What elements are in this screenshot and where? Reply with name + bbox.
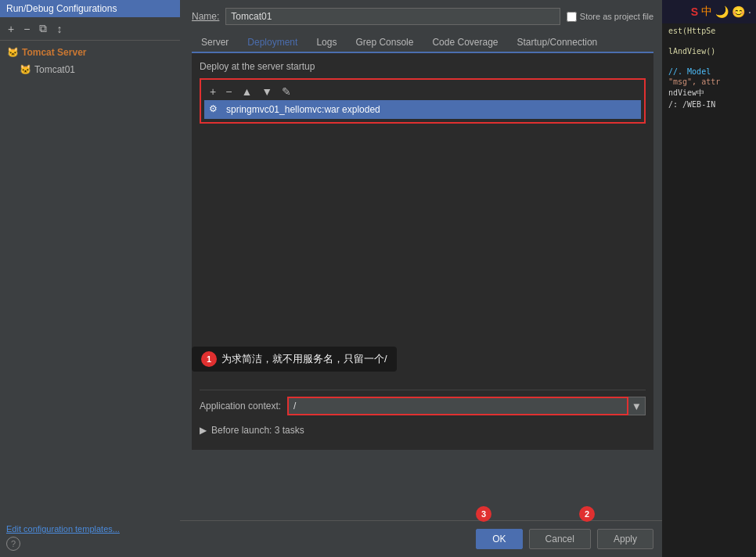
edit-artifact-button[interactable]: ✎	[279, 84, 293, 99]
badge-2: 2	[579, 506, 595, 522]
tomcat-server-icon: 🐱	[6, 46, 19, 59]
tab-grep-console[interactable]: Grep Console	[346, 33, 423, 53]
name-label: Name:	[192, 11, 219, 22]
run-debug-title: Run/Debug Configurations	[6, 3, 117, 14]
store-label: Store as project file	[580, 12, 653, 21]
sidebar-item-tomcat-server[interactable]: 🐱 Tomcat Server	[0, 44, 180, 61]
deploy-toolbar: + − ▲ ▼ ✎	[204, 83, 641, 100]
extra-icon: ·	[748, 5, 751, 18]
name-row: Name: Store as project file	[192, 8, 653, 25]
context-dropdown-button[interactable]: ▼	[628, 397, 646, 415]
chinese-icon: 中	[701, 5, 712, 19]
sidebar-toolbar: + − ⧉ ↕	[0, 17, 180, 41]
help-button[interactable]: ?	[6, 537, 20, 551]
tomcat01-icon: 🐱	[19, 63, 31, 76]
tooltip-bubble: 1 为求简洁，就不用服务名，只留一个/	[192, 347, 397, 372]
add-config-button[interactable]: +	[5, 21, 17, 37]
context-row: Application context: ▼	[200, 390, 646, 419]
dialog-content: Name: Store as project file Server Deplo…	[180, 0, 665, 458]
tab-deployment[interactable]: Deployment	[238, 33, 307, 53]
sidebar-title-bar: Run/Debug Configurations	[0, 0, 180, 17]
deploy-artifacts-box: + − ▲ ▼ ✎ ⚙ springmvc01_hellomvc:war exp…	[200, 78, 646, 124]
tab-server[interactable]: Server	[192, 33, 238, 53]
tab-logs[interactable]: Logs	[307, 33, 346, 53]
name-input[interactable]	[225, 8, 560, 25]
store-as-project-checkbox[interactable]	[567, 12, 577, 22]
add-artifact-button[interactable]: +	[207, 84, 218, 99]
configuration-tabs: Server Deployment Logs Grep Console Code…	[192, 33, 653, 53]
run-debug-dialog: Name: Store as project file Server Deplo…	[180, 0, 665, 557]
deploy-label: Deploy at the server startup	[200, 61, 646, 72]
move-up-artifact-button[interactable]: ▲	[239, 84, 254, 99]
sidebar: Run/Debug Configurations + − ⧉ ↕ 🐱 Tomca…	[0, 0, 180, 557]
before-launch-row[interactable]: ▶ Before launch: 3 tasks	[200, 419, 646, 442]
badge-3: 3	[476, 506, 491, 522]
remove-artifact-button[interactable]: −	[223, 84, 234, 99]
cancel-button[interactable]: Cancel	[529, 529, 591, 549]
context-label: Application context:	[200, 401, 281, 411]
face-icon: 😊	[732, 5, 745, 18]
ok-button[interactable]: OK	[476, 529, 522, 549]
store-checkbox-row: Store as project file	[567, 12, 653, 22]
context-area: 1 为求简洁，就不用服务名，只留一个/ Application context:…	[200, 390, 646, 442]
sidebar-item-label-tomcat01: Tomcat01	[34, 64, 75, 75]
remove-config-button[interactable]: −	[20, 21, 33, 37]
sort-config-button[interactable]: ↕	[53, 21, 65, 37]
copy-config-button[interactable]: ⧉	[36, 20, 50, 37]
deployment-panel: Deploy at the server startup + − ▲ ▼ ✎ ⚙…	[192, 53, 653, 450]
taskbar-right: S 中 🌙 😊 ·	[662, 0, 756, 23]
moon-icon: 🌙	[715, 5, 729, 18]
artifact-icon: ⚙	[209, 103, 221, 116]
apply-button[interactable]: Apply	[597, 529, 653, 549]
chevron-right-icon: ▶	[200, 425, 207, 436]
tooltip-text: 为求简洁，就不用服务名，只留一个/	[221, 352, 387, 366]
sidebar-item-tomcat01[interactable]: 🐱 Tomcat01	[0, 61, 180, 78]
tab-code-coverage[interactable]: Code Coverage	[423, 33, 507, 53]
sidebar-item-label-tomcat-server: Tomcat Server	[22, 47, 86, 58]
dialog-footer: 2 OK Cancel Apply	[180, 520, 665, 557]
move-down-artifact-button[interactable]: ▼	[259, 84, 275, 99]
sogou-icon: S	[691, 5, 698, 18]
context-input[interactable]	[287, 397, 628, 415]
sidebar-tree: 🐱 Tomcat Server 🐱 Tomcat01	[0, 41, 180, 81]
artifact-name: springmvc01_hellomvc:war exploded	[226, 104, 380, 115]
context-input-wrap: ▼	[287, 397, 646, 415]
tab-startup-connection[interactable]: Startup/Connection	[508, 33, 607, 53]
artifact-item[interactable]: ⚙ springmvc01_hellomvc:war exploded	[204, 100, 641, 119]
edit-templates-link[interactable]: Edit configuration templates...	[6, 524, 120, 534]
before-launch-label: Before launch: 3 tasks	[211, 425, 304, 436]
code-editor-background: ements Cont est(HttpSe lAndView() //. Mo…	[662, 0, 756, 557]
badge-1: 1	[201, 351, 217, 367]
